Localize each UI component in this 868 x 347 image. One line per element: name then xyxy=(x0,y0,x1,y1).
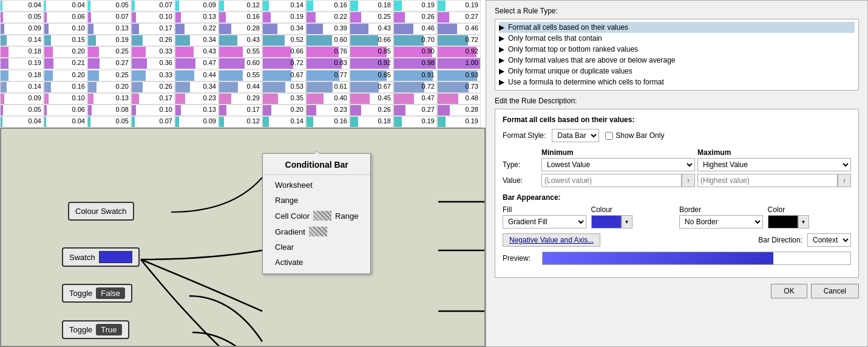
cell: 0.04 xyxy=(44,116,87,128)
cell: 0.61 xyxy=(306,81,350,93)
fill-select[interactable]: Gradient Fill xyxy=(503,215,586,228)
range-label2: Range xyxy=(335,211,358,221)
context-menu-item-range1[interactable]: Range xyxy=(263,193,370,208)
cell: 0.13 xyxy=(87,93,131,105)
rule-item-2[interactable]: ▶ Only format top or bottom ranked value… xyxy=(499,44,855,55)
max-type-select[interactable]: Highest Value xyxy=(697,158,851,171)
context-menu-item-gradient[interactable]: Gradient xyxy=(263,224,370,239)
cell: 0.60 xyxy=(306,35,350,46)
cell: 0.20 xyxy=(87,81,131,93)
cell: 0.85 xyxy=(350,70,393,81)
cell: 0.19 xyxy=(393,116,437,128)
context-menu: Conditional Bar Worksheet Range Cell Col… xyxy=(262,153,371,274)
context-menu-item-activate[interactable]: Activate xyxy=(263,255,370,270)
dialog-buttons: OK Cancel xyxy=(495,284,859,298)
rule-arrow-3: ▶ xyxy=(499,56,504,64)
rule-label-5: Use a formula to determine which cells t… xyxy=(508,78,664,86)
max-value-input[interactable] xyxy=(697,174,838,187)
cell: 0.14 xyxy=(0,35,44,46)
cell: 0.10 xyxy=(131,105,175,116)
rule-label-2: Only format top or bottom ranked values xyxy=(508,45,638,53)
colour-swatch-node[interactable]: Colour Swatch xyxy=(68,202,134,221)
max-value-arrow-btn[interactable]: ↑ xyxy=(838,174,851,187)
cell: 0.06 xyxy=(44,12,87,23)
format-style-select[interactable]: Data Bar xyxy=(552,129,599,142)
cell: 0.19 xyxy=(87,35,131,46)
context-menu-item-worksheet[interactable]: Worksheet xyxy=(263,177,370,193)
cell: 0.19 xyxy=(0,58,44,69)
preview-label: Preview: xyxy=(503,254,536,263)
fill-color-dropdown[interactable]: ▼ xyxy=(622,215,632,228)
border-color-select-row: ▼ xyxy=(768,215,852,228)
cell: 0.18 xyxy=(0,46,44,58)
cell: 0.26 xyxy=(131,35,175,46)
min-type-select[interactable]: Lowest Value xyxy=(541,158,695,171)
cell: 0.10 xyxy=(44,23,87,35)
context-menu-item-cell-color[interactable]: Cell Color Range xyxy=(263,208,370,224)
cancel-button[interactable]: Cancel xyxy=(811,284,859,298)
cell: 0.36 xyxy=(131,58,175,69)
type-label: Type: xyxy=(503,160,539,169)
cell: 0.23 xyxy=(175,93,219,105)
show-bar-only-checkbox[interactable] xyxy=(605,132,613,140)
cell: 0.10 xyxy=(44,93,87,105)
cell: 0.26 xyxy=(350,105,393,116)
edit-rule-title: Edit the Rule Description: xyxy=(495,97,859,105)
preview-bar-container xyxy=(542,252,851,265)
cell: 0.25 xyxy=(87,70,131,81)
border-select[interactable]: No Border xyxy=(679,215,763,228)
rule-item-4[interactable]: ▶ Only format unique or duplicate values xyxy=(499,66,855,77)
border-color-swatch[interactable] xyxy=(768,215,798,228)
rule-item-0[interactable]: ▶ Format all cells based on their values xyxy=(499,22,855,33)
minimum-header: Minimum xyxy=(539,148,695,157)
cell: 0.13 xyxy=(175,12,219,23)
fill-color-swatch[interactable] xyxy=(591,215,622,228)
rule-arrow-0: ▶ xyxy=(499,23,504,32)
border-label: Border xyxy=(679,205,763,214)
negative-axis-button[interactable]: Negative Value and Axis... xyxy=(503,233,600,247)
colour-swatch-label: Colour Swatch xyxy=(75,207,127,216)
cell: 0.28 xyxy=(437,105,481,116)
bar-direction-select[interactable]: Context xyxy=(807,233,851,247)
cell: 0.39 xyxy=(306,23,350,35)
cell: 0.43 xyxy=(219,35,262,46)
ok-button[interactable]: OK xyxy=(771,284,807,298)
toggle-true-value: True xyxy=(96,324,121,335)
cell: 0.17 xyxy=(219,105,262,116)
rule-item-5[interactable]: ▶ Use a formula to determine which cells… xyxy=(499,77,855,88)
cell: 0.27 xyxy=(393,105,437,116)
border-color-dropdown[interactable]: ▼ xyxy=(798,215,809,228)
cell: 0.28 xyxy=(219,23,262,35)
cell-color-icon xyxy=(313,211,331,221)
toggle-true-node[interactable]: Toggle True xyxy=(62,320,129,339)
cell: 0.92 xyxy=(350,58,393,69)
colour-select-row: ▼ xyxy=(591,215,675,228)
cell: 0.91 xyxy=(393,70,437,81)
border-col: Border No Border xyxy=(679,205,763,228)
cell: 0.05 xyxy=(87,116,131,128)
cell: 0.05 xyxy=(87,0,131,12)
cell: 0.04 xyxy=(0,0,44,12)
rule-arrow-2: ▶ xyxy=(499,45,504,53)
cell: 0.40 xyxy=(306,93,350,105)
bar-direction-label: Bar Direction: xyxy=(758,236,802,244)
left-panel: 0.040.040.050.070.090.120.140.160.180.19… xyxy=(0,0,486,347)
swatch-node[interactable]: Swatch xyxy=(62,247,140,267)
cell: 0.19 xyxy=(393,0,437,12)
cell: 0.15 xyxy=(44,35,87,46)
cell-color-label: Cell Color xyxy=(275,211,310,221)
min-value-arrow-btn[interactable]: ↑ xyxy=(682,174,695,187)
context-menu-item-clear[interactable]: Clear xyxy=(263,239,370,255)
cell: 0.26 xyxy=(131,81,175,93)
cell: 0.13 xyxy=(87,23,131,35)
cell: 0.16 xyxy=(306,116,350,128)
cell: 0.23 xyxy=(306,105,350,116)
fill-col: Fill Gradient Fill xyxy=(503,205,586,228)
bar-appearance-row: Fill Gradient Fill Colour ▼ Border No Bo… xyxy=(503,205,851,228)
cell: 0.08 xyxy=(87,105,131,116)
cell: 0.25 xyxy=(87,46,131,58)
toggle-false-node[interactable]: Toggle False xyxy=(62,284,132,303)
rule-item-1[interactable]: ▶ Only format cells that contain xyxy=(499,33,855,44)
min-value-input[interactable] xyxy=(541,174,682,187)
rule-item-3[interactable]: ▶ Only format values that are above or b… xyxy=(499,55,855,66)
